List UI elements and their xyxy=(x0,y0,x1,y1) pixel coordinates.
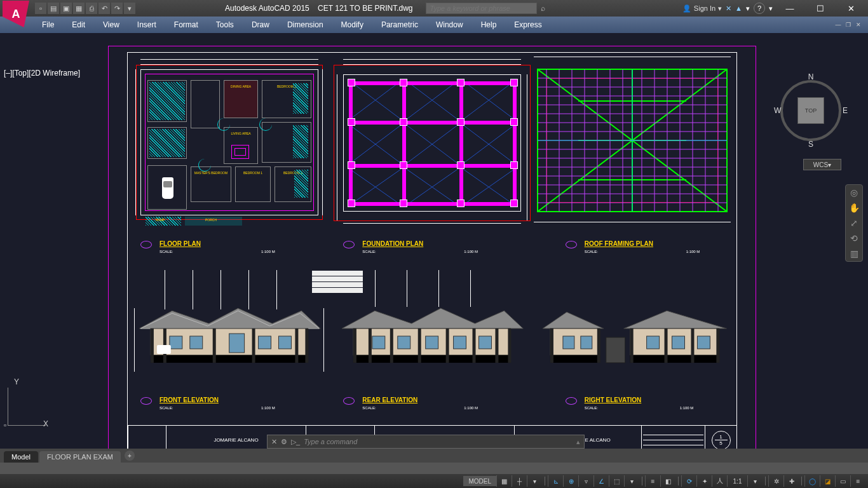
status-snap-icon[interactable]: ┼ xyxy=(512,475,527,487)
tab-add-button[interactable]: + xyxy=(125,451,135,461)
svg-rect-61 xyxy=(151,355,308,363)
drawing-sheet: DINING AREA LIVING AREA BEDROOM 3 MASTER… xyxy=(127,52,737,455)
status-hardware-icon[interactable]: ◯ xyxy=(804,475,820,487)
menu-tools[interactable]: Tools xyxy=(207,20,243,29)
doc-minimize-button[interactable]: — xyxy=(834,21,843,29)
menu-modify[interactable]: Modify xyxy=(332,20,372,29)
qat-new-icon[interactable]: ▫ xyxy=(35,3,46,14)
cmd-customize-icon[interactable]: ⚙ xyxy=(281,438,287,446)
svg-rect-69 xyxy=(213,329,216,363)
svg-rect-83 xyxy=(369,329,372,363)
qat-undo-icon[interactable]: ↶ xyxy=(98,3,110,14)
svg-rect-70 xyxy=(252,329,255,363)
search-icon[interactable]: ⌕ xyxy=(541,4,545,13)
status-cycling-icon[interactable]: ⟳ xyxy=(681,475,696,487)
viewcube-top-face[interactable]: TOP xyxy=(797,97,824,124)
status-lineweight-icon[interactable]: ≡ xyxy=(645,475,660,487)
viewport-controls[interactable]: [–][Top][2D Wireframe] xyxy=(4,69,80,78)
right-elev-svg xyxy=(540,306,730,369)
nav-orbit-icon[interactable]: ⟲ xyxy=(850,233,858,243)
svg-rect-63 xyxy=(190,336,203,349)
maximize-button[interactable]: ☐ xyxy=(807,1,834,15)
front-elevation-view: FRONT ELEVATION SCALE: 1:100 M xyxy=(134,270,324,428)
svg-rect-72 xyxy=(305,329,308,363)
status-grid-icon[interactable]: ▦ xyxy=(496,475,512,487)
layout-tabs: Model FLOOR PLAN EXAM + xyxy=(0,449,868,463)
nav-pan-icon[interactable]: ✋ xyxy=(849,203,860,213)
status-workspace-icon[interactable]: ✲ xyxy=(768,475,783,487)
drawing-area[interactable]: [–][Top][2D Wireframe] DINING AREA LIVIN… xyxy=(0,33,868,463)
svg-rect-100 xyxy=(672,336,684,349)
svg-rect-73 xyxy=(157,345,171,354)
exchange-icon[interactable]: ✕ xyxy=(726,4,731,13)
svg-rect-84 xyxy=(390,329,393,363)
help-icon[interactable]: ? xyxy=(754,3,765,14)
qat-saveas-icon[interactable]: ▦ xyxy=(73,3,85,14)
tab-model[interactable]: Model xyxy=(4,451,38,463)
qat-open-icon[interactable]: ▤ xyxy=(48,3,59,14)
front-elev-svg xyxy=(134,306,324,369)
menu-window[interactable]: Window xyxy=(427,20,472,29)
viewcube[interactable]: TOP NSEW xyxy=(773,72,849,149)
status-annomonitor-icon[interactable]: ✦ xyxy=(696,475,712,487)
nav-showmotion-icon[interactable]: ▥ xyxy=(850,248,858,259)
cmd-close-icon[interactable]: ✕ xyxy=(271,438,277,446)
ucs-icon: X Y ▫ xyxy=(8,381,52,426)
svg-rect-65 xyxy=(259,336,271,349)
floor-plan-view: DINING AREA LIVING AREA BEDROOM 3 MASTER… xyxy=(134,57,324,248)
qat-redo-icon[interactable]: ↷ xyxy=(111,3,123,14)
doc-restore-button[interactable]: ❐ xyxy=(844,21,853,29)
menu-view[interactable]: View xyxy=(94,20,128,29)
svg-rect-93 xyxy=(550,355,600,363)
status-otrack-icon[interactable]: ▾ xyxy=(624,475,639,487)
svg-rect-97 xyxy=(563,336,574,349)
status-scale-button[interactable]: 1:1 xyxy=(727,475,747,487)
status-dropdown-1[interactable]: ▾ xyxy=(527,475,542,487)
status-transparency-icon[interactable]: ◧ xyxy=(660,475,675,487)
svg-rect-89 xyxy=(508,329,512,363)
menu-insert[interactable]: Insert xyxy=(128,20,165,29)
menu-parametric[interactable]: Parametric xyxy=(372,20,427,29)
menu-express[interactable]: Express xyxy=(505,20,550,29)
close-button[interactable]: ✕ xyxy=(837,1,864,15)
minimize-button[interactable]: — xyxy=(776,1,803,15)
menu-dimension[interactable]: Dimension xyxy=(278,20,332,29)
qat-save-icon[interactable]: ▣ xyxy=(60,3,72,14)
menu-format[interactable]: Format xyxy=(165,20,207,29)
status-annoscale-icon[interactable]: 人 xyxy=(712,475,727,487)
status-3dosnap-icon[interactable]: ⬚ xyxy=(609,475,624,487)
qat-dropdown-icon[interactable]: ▾ xyxy=(124,3,135,14)
command-line[interactable]: ✕ ⚙ ▷_ Type a command ▴ xyxy=(267,435,585,449)
cmd-recent-icon[interactable]: ▴ xyxy=(576,438,580,446)
svg-rect-67 xyxy=(151,329,154,363)
status-annovis-icon[interactable]: ✚ xyxy=(783,475,799,487)
status-dropdown-2[interactable]: ▾ xyxy=(747,475,763,487)
nav-wheel-icon[interactable]: ◎ xyxy=(850,187,858,198)
status-cleanscreen-icon[interactable]: ▭ xyxy=(835,475,850,487)
status-isodraft-icon[interactable]: ▿ xyxy=(578,475,593,487)
status-isolate-icon[interactable]: ◪ xyxy=(820,475,835,487)
sign-in-button[interactable]: 👤Sign In▾ xyxy=(682,4,722,13)
tab-layout-1[interactable]: FLOOR PLAN EXAM xyxy=(39,451,121,463)
status-ortho-icon[interactable]: ⊾ xyxy=(548,475,563,487)
menu-draw[interactable]: Draw xyxy=(243,20,278,29)
rear-elevation-view: REAR ELEVATION SCALE: 1:100 M xyxy=(337,270,527,428)
doc-close-button[interactable]: ✕ xyxy=(854,21,863,29)
svg-rect-86 xyxy=(446,329,449,363)
svg-rect-82 xyxy=(353,329,356,363)
svg-rect-103 xyxy=(597,329,600,363)
wcs-indicator[interactable]: WCS ▾ xyxy=(803,159,841,170)
menu-edit[interactable]: Edit xyxy=(63,20,94,29)
status-osnap-icon[interactable]: ∠ xyxy=(593,475,609,487)
qat-plot-icon[interactable]: ⎙ xyxy=(86,3,97,14)
svg-rect-80 xyxy=(454,336,466,349)
svg-rect-78 xyxy=(398,336,410,349)
menu-help[interactable]: Help xyxy=(472,20,506,29)
status-model-button[interactable]: MODEL xyxy=(463,476,496,486)
a360-icon[interactable]: ▲ xyxy=(735,4,742,12)
status-customize-icon[interactable]: ≡ xyxy=(850,475,865,487)
nav-zoom-icon[interactable]: ⤢ xyxy=(850,218,858,228)
status-polar-icon[interactable]: ⊕ xyxy=(563,475,578,487)
help-search-input[interactable] xyxy=(426,3,537,14)
menu-file[interactable]: File xyxy=(33,20,63,29)
